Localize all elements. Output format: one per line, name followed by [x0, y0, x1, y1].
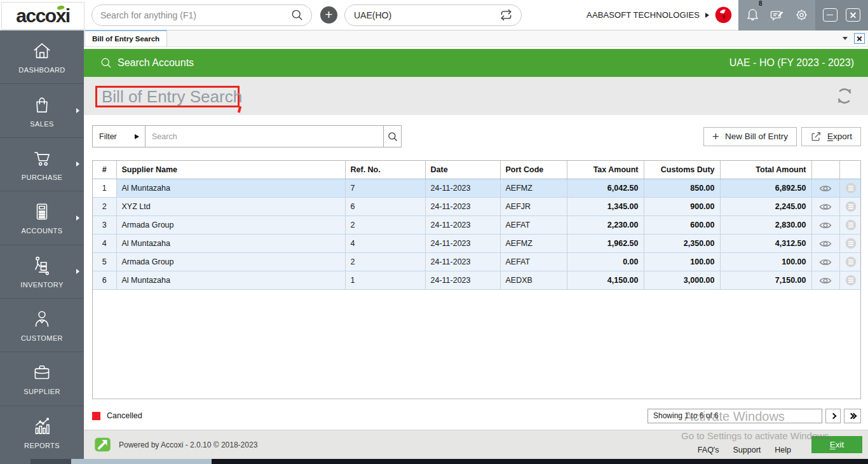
cell-port-code: AEFMZ: [500, 234, 567, 252]
cell-num: 4: [93, 234, 116, 252]
filter-caret-icon: [135, 134, 139, 139]
account-menu[interactable]: AABASOFT TECHNOLOGIES: [587, 6, 738, 24]
minimize-button[interactable]: [823, 8, 837, 22]
sidebar-item-label: PURCHASE: [22, 174, 62, 181]
sidebar-item-supplier[interactable]: SUPPLIER: [0, 351, 84, 405]
messages-button[interactable]: [770, 9, 784, 22]
taskbar-strip: [31, 459, 71, 464]
sidebar-item-label: SALES: [30, 120, 53, 128]
sidebar: DASHBOARD SALES PURCHASE ACCOUNTS INVENT…: [0, 31, 84, 459]
cell-port-code: AEDXB: [500, 271, 567, 289]
cell-total-amount: 100.00: [720, 252, 811, 271]
view-icon[interactable]: [819, 203, 832, 211]
global-search[interactable]: [92, 4, 312, 26]
page-title: Bill of Entry Search: [97, 88, 242, 106]
cell-customs-duty: 2,350.00: [644, 234, 720, 252]
org-selector[interactable]: UAE(HO): [344, 4, 522, 26]
last-page-button[interactable]: [844, 409, 861, 423]
footer-link-support[interactable]: Support: [733, 446, 761, 454]
export-icon: [810, 131, 822, 142]
sales-bag-icon: [31, 94, 53, 116]
sidebar-item-dashboard[interactable]: DASHBOARD: [0, 31, 84, 83]
sidebar-item-accounts[interactable]: ACCOUNTS: [0, 191, 84, 244]
row-menu-icon[interactable]: [845, 256, 857, 268]
global-search-input[interactable]: [100, 10, 291, 20]
tab-close-button[interactable]: [854, 33, 865, 44]
cell-num: 5: [93, 252, 116, 271]
table-row[interactable]: 1 Al Muntazaha 7 24-11-2023 AEFMZ 6,042.…: [93, 179, 861, 197]
accoxi-footer-logo-icon: [94, 436, 111, 453]
view-icon[interactable]: [819, 258, 832, 266]
quick-add-button[interactable]: +: [320, 6, 337, 24]
cell-date: 24-11-2023: [425, 215, 500, 234]
next-page-button[interactable]: [825, 409, 841, 423]
row-menu-icon[interactable]: [845, 238, 857, 249]
exit-button[interactable]: Exit: [811, 436, 862, 453]
sidebar-item-purchase[interactable]: PURCHASE: [0, 137, 84, 191]
supplier-briefcase-icon: [31, 362, 53, 383]
submenu-chevron-icon: [76, 161, 79, 167]
sidebar-item-reports[interactable]: REPORTS: [0, 406, 84, 459]
footer-link-help[interactable]: Help: [775, 446, 791, 454]
export-label: Export: [827, 132, 852, 141]
refresh-icon[interactable]: [835, 86, 854, 106]
notifications-button[interactable]: 8: [746, 8, 759, 22]
module-header: Search Accounts UAE - HO (FY 2023 - 2023…: [84, 49, 868, 77]
cell-customs-duty: 850.00: [644, 179, 720, 197]
tab-bill-of-entry-search[interactable]: Bill of Entry Search: [85, 30, 167, 46]
column-view-action: [811, 161, 839, 179]
toolbar: Filter + New Bill of Entry Export: [92, 125, 861, 147]
table-row[interactable]: 3 Armada Group 2 24-11-2023 AEFAT 2,230.…: [93, 215, 861, 234]
row-menu-icon[interactable]: [845, 275, 857, 286]
sidebar-item-inventory[interactable]: INVENTORY: [0, 245, 84, 298]
tab-strip: Bill of Entry Search: [84, 31, 868, 47]
pagination: Showing 1 to 6 of 6: [648, 409, 861, 423]
cell-port-code: AEFAT: [500, 252, 567, 271]
submenu-chevron-icon: [76, 215, 79, 221]
column-port-code: Port Code: [500, 161, 567, 179]
cell-ref-no: 2: [345, 252, 425, 271]
column-tax-amount: Tax Amount: [567, 161, 644, 179]
cell-tax-amount: 4,150.00: [567, 271, 644, 289]
accounts-calculator-icon: [31, 201, 53, 222]
search-accounts-icon: [100, 57, 112, 69]
cell-tax-amount: 0.00: [567, 252, 644, 271]
row-menu-icon[interactable]: [845, 182, 857, 194]
view-icon[interactable]: [819, 240, 832, 248]
submenu-chevron-icon: [76, 269, 79, 274]
avatar[interactable]: [715, 6, 732, 24]
filter-dropdown[interactable]: Filter: [92, 125, 146, 147]
cell-port-code: AEFJR: [500, 197, 567, 215]
view-icon[interactable]: [819, 276, 832, 285]
search-icon[interactable]: [291, 9, 303, 21]
column-supplier-name: Supplier Name: [116, 161, 345, 179]
filter-label: Filter: [99, 132, 117, 141]
cell-tax-amount: 1,962.50: [567, 234, 644, 252]
view-icon[interactable]: [819, 221, 832, 229]
sidebar-item-sales[interactable]: SALES: [0, 83, 84, 137]
footer-link-faqs[interactable]: FAQ's: [698, 446, 719, 454]
row-menu-icon[interactable]: [845, 201, 857, 212]
table-row[interactable]: 4 Al Muntazaha 4 24-11-2023 AEFMZ 1,962.…: [93, 234, 861, 252]
table-row[interactable]: 2 XYZ Ltd 6 24-11-2023 AEFJR 1,345.00 90…: [93, 197, 861, 215]
view-icon[interactable]: [819, 184, 832, 193]
column-total-amount: Total Amount: [720, 161, 811, 179]
sidebar-item-customer[interactable]: CUSTOMER: [0, 298, 84, 351]
row-menu-icon[interactable]: [845, 219, 857, 231]
table-search-input[interactable]: [146, 125, 384, 147]
close-button[interactable]: [846, 8, 860, 22]
export-button[interactable]: Export: [801, 127, 861, 146]
switch-org-icon[interactable]: [500, 9, 512, 21]
table-row[interactable]: 5 Armada Group 2 24-11-2023 AEFAT 0.00 1…: [93, 252, 861, 271]
cell-customs-duty: 600.00: [644, 215, 720, 234]
new-bill-of-entry-button[interactable]: + New Bill of Entry: [703, 127, 797, 146]
tab-list-caret-icon[interactable]: [843, 37, 848, 40]
cell-total-amount: 6,892.50: [720, 179, 811, 197]
company-caret-icon: [705, 13, 709, 18]
purchase-cart-icon: [31, 147, 53, 169]
reports-chart-icon: [31, 416, 53, 437]
table-search-button[interactable]: [384, 125, 402, 147]
sidebar-item-label: SUPPLIER: [24, 388, 60, 395]
settings-gear-icon[interactable]: [795, 8, 808, 22]
table-row[interactable]: 6 Al Muntazaha 1 24-11-2023 AEDXB 4,150.…: [93, 271, 861, 289]
